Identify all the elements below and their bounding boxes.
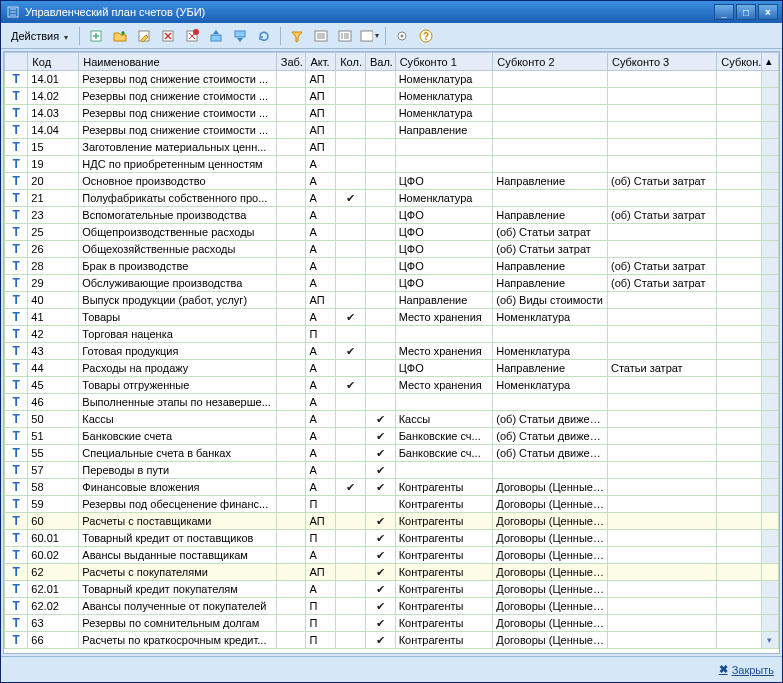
scroll-up-button[interactable]: ▴ xyxy=(761,53,778,71)
table-row[interactable]: T43Готовая продукцияА✔Место храненияНоме… xyxy=(5,343,779,360)
scrollbar-track[interactable] xyxy=(761,207,778,224)
move-down-button[interactable] xyxy=(229,25,251,47)
col-val[interactable]: Вал. xyxy=(365,53,395,71)
table-row[interactable]: T50КассыА✔Кассы(об) Статьи движен... xyxy=(5,411,779,428)
scrollbar-track[interactable] xyxy=(761,275,778,292)
scrollbar-track[interactable] xyxy=(761,462,778,479)
table-row[interactable]: T62.02Авансы полученные от покупателейП✔… xyxy=(5,598,779,615)
table-row[interactable]: T59Резервы под обесценение финанс...ПКон… xyxy=(5,496,779,513)
table-row[interactable]: T28Брак в производствеАЦФОНаправление(об… xyxy=(5,258,779,275)
scrollbar-track[interactable] xyxy=(761,122,778,139)
table-row[interactable]: T57Переводы в путиА✔ xyxy=(5,462,779,479)
col-sub4[interactable]: Субкон... xyxy=(717,53,762,71)
col-code[interactable]: Код xyxy=(28,53,79,71)
table-row[interactable]: T46Выполненные этапы по незаверше...А xyxy=(5,394,779,411)
titlebar[interactable]: Управленческий план счетов (УБИ) _ □ × xyxy=(1,1,782,23)
maximize-button[interactable]: □ xyxy=(736,4,756,20)
table-row[interactable]: T40Выпуск продукции (работ, услуг)АПНапр… xyxy=(5,292,779,309)
add-button[interactable] xyxy=(85,25,107,47)
scrollbar-track[interactable] xyxy=(761,394,778,411)
delete-button[interactable] xyxy=(157,25,179,47)
table-row[interactable]: T66Расчеты по краткосрочным кредит...П✔К… xyxy=(5,632,779,649)
col-sub3[interactable]: Субконто 3 xyxy=(607,53,716,71)
scrollbar-track[interactable] xyxy=(761,411,778,428)
scrollbar-track[interactable] xyxy=(761,530,778,547)
scrollbar-track[interactable] xyxy=(761,360,778,377)
scrollbar-track[interactable] xyxy=(761,139,778,156)
scrollbar-track[interactable] xyxy=(761,309,778,326)
col-kol[interactable]: Кол. xyxy=(336,53,366,71)
table-row[interactable]: T62.01Товарный кредит покупателямА✔Контр… xyxy=(5,581,779,598)
scrollbar-track[interactable] xyxy=(761,428,778,445)
table-row[interactable]: T19НДС по приобретенным ценностямА xyxy=(5,156,779,173)
list-button[interactable] xyxy=(334,25,356,47)
hierarchy-button[interactable] xyxy=(310,25,332,47)
scrollbar-track[interactable] xyxy=(761,190,778,207)
table-row[interactable]: T51Банковские счетаА✔Банковские сч...(об… xyxy=(5,428,779,445)
table-row[interactable]: T20Основное производствоАЦФОНаправление(… xyxy=(5,173,779,190)
minimize-button[interactable]: _ xyxy=(714,4,734,20)
table-row[interactable]: T25Общепроизводственные расходыАЦФО(об) … xyxy=(5,224,779,241)
scrollbar-track[interactable] xyxy=(761,156,778,173)
move-up-button[interactable] xyxy=(205,25,227,47)
scrollbar-track[interactable] xyxy=(761,615,778,632)
table-row[interactable]: T14.04Резервы под снижение стоимости ...… xyxy=(5,122,779,139)
table-row[interactable]: T63Резервы по сомнительным долгамП✔Контр… xyxy=(5,615,779,632)
col-sub1[interactable]: Субконто 1 xyxy=(395,53,493,71)
table-row[interactable]: T23Вспомогательные производстваАЦФОНапра… xyxy=(5,207,779,224)
scrollbar-track[interactable] xyxy=(761,513,778,530)
refresh-button[interactable] xyxy=(253,25,275,47)
table-row[interactable]: T41ТоварыА✔Место храненияНоменклатура xyxy=(5,309,779,326)
scrollbar-track[interactable] xyxy=(761,224,778,241)
scrollbar-track[interactable] xyxy=(761,326,778,343)
table-row[interactable]: T60Расчеты с поставщикамиАП✔КонтрагентыД… xyxy=(5,513,779,530)
scrollbar-track[interactable] xyxy=(761,173,778,190)
scrollbar-track[interactable] xyxy=(761,581,778,598)
table-row[interactable]: T60.02Авансы выданные поставщикамА✔Контр… xyxy=(5,547,779,564)
scrollbar-track[interactable] xyxy=(761,343,778,360)
scrollbar-track[interactable] xyxy=(761,292,778,309)
col-name[interactable]: Наименование xyxy=(79,53,276,71)
col-akt[interactable]: Акт. xyxy=(306,53,336,71)
scrollbar-track[interactable] xyxy=(761,377,778,394)
scrollbar-track[interactable] xyxy=(761,71,778,88)
scroll-down-button[interactable]: ▾ xyxy=(761,632,778,649)
table-row[interactable]: T42Торговая наценкаП xyxy=(5,326,779,343)
close-button[interactable]: ✖ Закрыть xyxy=(719,663,774,676)
scrollbar-track[interactable] xyxy=(761,88,778,105)
scrollbar-track[interactable] xyxy=(761,547,778,564)
scrollbar-track[interactable] xyxy=(761,598,778,615)
add-folder-button[interactable] xyxy=(109,25,131,47)
col-icon[interactable] xyxy=(5,53,28,71)
mark-delete-button[interactable] xyxy=(181,25,203,47)
scrollbar-track[interactable] xyxy=(761,241,778,258)
settings-button[interactable] xyxy=(391,25,413,47)
sort-button[interactable]: ▾ xyxy=(358,25,380,47)
table-row[interactable]: T21Полуфабрикаты собственного про...А✔Но… xyxy=(5,190,779,207)
table-row[interactable]: T15Заготовление материальных ценн...АП xyxy=(5,139,779,156)
actions-menu[interactable]: Действия ▾ xyxy=(5,28,74,44)
table-row[interactable]: T44Расходы на продажуАЦФОНаправлениеСтат… xyxy=(5,360,779,377)
table-row[interactable]: T62Расчеты с покупателямиАП✔КонтрагентыД… xyxy=(5,564,779,581)
filter-button[interactable] xyxy=(286,25,308,47)
help-button[interactable]: ? xyxy=(415,25,437,47)
close-window-button[interactable]: × xyxy=(758,4,778,20)
scrollbar-track[interactable] xyxy=(761,445,778,462)
scrollbar-track[interactable] xyxy=(761,258,778,275)
table-row[interactable]: T14.02Резервы под снижение стоимости ...… xyxy=(5,88,779,105)
table-row[interactable]: T60.01Товарный кредит от поставщиковП✔Ко… xyxy=(5,530,779,547)
col-sub2[interactable]: Субконто 2 xyxy=(493,53,608,71)
edit-button[interactable] xyxy=(133,25,155,47)
table-row[interactable]: T14.01Резервы под снижение стоимости ...… xyxy=(5,71,779,88)
table-row[interactable]: T14.03Резервы под снижение стоимости ...… xyxy=(5,105,779,122)
table-row[interactable]: T29Обслуживающие производстваАЦФОНаправл… xyxy=(5,275,779,292)
scrollbar-track[interactable] xyxy=(761,105,778,122)
accounts-grid[interactable]: Код Наименование Заб. Акт. Кол. Вал. Суб… xyxy=(4,52,779,653)
table-row[interactable]: T26Общехозяйственные расходыАЦФО(об) Ста… xyxy=(5,241,779,258)
col-zab[interactable]: Заб. xyxy=(276,53,306,71)
scrollbar-track[interactable] xyxy=(761,496,778,513)
scrollbar-track[interactable] xyxy=(761,564,778,581)
table-row[interactable]: T58Финансовые вложенияА✔✔КонтрагентыДого… xyxy=(5,479,779,496)
scrollbar-track[interactable] xyxy=(761,479,778,496)
table-row[interactable]: T55Специальные счета в банкахА✔Банковски… xyxy=(5,445,779,462)
